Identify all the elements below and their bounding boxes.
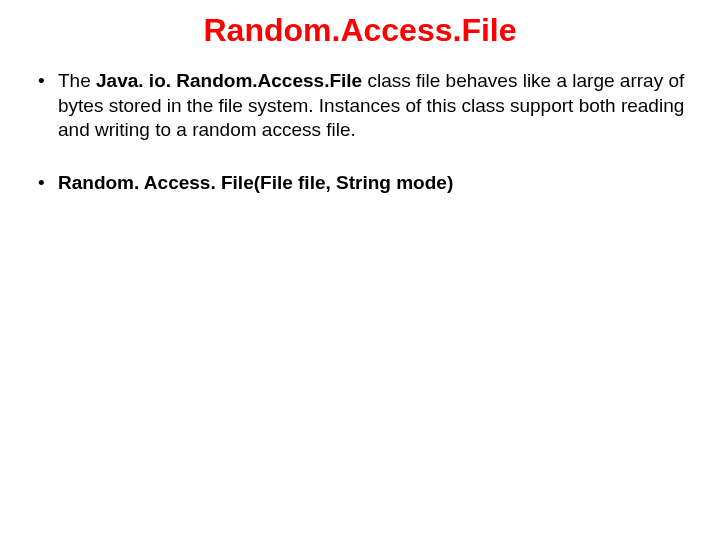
text-bold: Random. Access. File(File file, String m… xyxy=(58,172,453,193)
list-item: Random. Access. File(File file, String m… xyxy=(30,171,690,196)
list-item: The Java. io. Random.Access.File class f… xyxy=(30,69,690,143)
text-bold: Java. io. Random.Access.File xyxy=(96,70,362,91)
bullet-list: The Java. io. Random.Access.File class f… xyxy=(30,69,690,196)
text-prefix: The xyxy=(58,70,96,91)
slide-title: Random.Access.File xyxy=(30,12,690,49)
